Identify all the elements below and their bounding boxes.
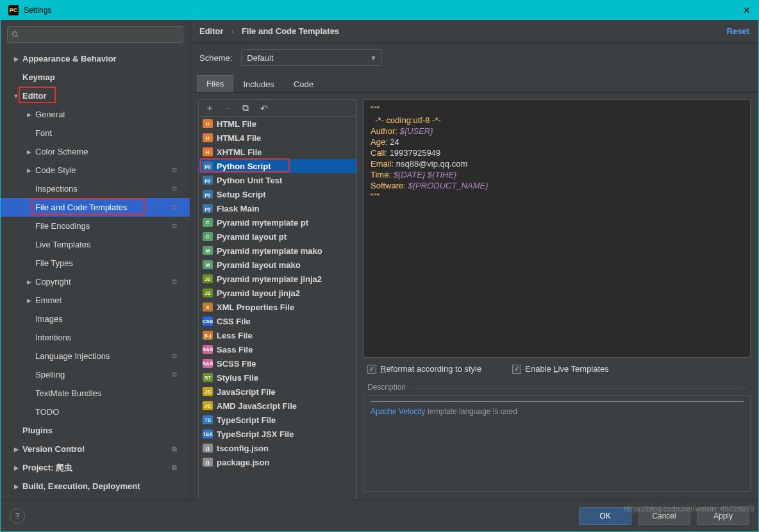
tree-item[interactable]: ▶Build, Execution, Deployment [1, 477, 190, 495]
template-item[interactable]: TSXTypeScript JSX File [199, 427, 356, 441]
tree-item[interactable]: File and Code Templates⧉ [1, 198, 190, 217]
template-item[interactable]: STStylus File [199, 370, 356, 385]
template-item[interactable]: pyFlask Main [199, 201, 356, 215]
tree-item[interactable]: TextMate Bundles [1, 384, 190, 403]
template-item[interactable]: J2Pyramid layout jinja2 [199, 286, 356, 300]
template-item[interactable]: SASSass File [199, 342, 356, 356]
tree-item[interactable]: Images [1, 310, 190, 328]
tree-item[interactable]: Inspections⧉ [1, 179, 190, 198]
settings-tree[interactable]: ▶Appearance & BehaviorKeymap▼Editor▶Gene… [1, 49, 190, 499]
template-item[interactable]: pyPython Unit Test [199, 173, 356, 187]
template-label: Pyramid mytemplate pt [217, 218, 308, 228]
template-item[interactable]: MPyramid layout mako [199, 258, 356, 272]
tree-item[interactable]: File Types [1, 254, 190, 272]
remove-icon[interactable]: − [226, 103, 231, 113]
template-item[interactable]: {}tsconfig.json [199, 441, 356, 455]
template-item[interactable]: SASSCSS File [199, 356, 356, 370]
enable-live-checkbox[interactable]: ✓ Enable Live Templates [512, 364, 609, 374]
copy-icon[interactable]: ⧉ [242, 103, 249, 113]
tree-item[interactable]: ▶Appearance & Behavior [1, 49, 190, 68]
ok-button[interactable]: OK [579, 507, 631, 525]
apply-button[interactable]: Apply [697, 507, 749, 525]
tree-item[interactable]: Language Injections⧉ [1, 347, 190, 365]
expand-arrow-icon[interactable]: ▶ [12, 56, 20, 62]
filetype-icon: py [203, 204, 213, 213]
tree-label: TODO [35, 407, 59, 417]
velocity-link[interactable]: Apache Velocity [371, 407, 425, 416]
tab[interactable]: Includes [233, 76, 283, 92]
scheme-combo[interactable]: Default ▼ [241, 49, 382, 66]
tree-item[interactable]: ▼Editor [1, 87, 190, 105]
template-item[interactable]: pySetup Script [199, 187, 356, 201]
undo-icon[interactable]: ↶ [260, 103, 268, 113]
tree-label: TextMate Bundles [35, 388, 101, 398]
template-item[interactable]: CPyramid mytemplate pt [199, 215, 356, 229]
add-icon[interactable]: ＋ [205, 103, 214, 114]
tree-item[interactable]: Spelling⧉ [1, 365, 190, 384]
tree-item[interactable]: Keymap [1, 68, 190, 87]
template-item[interactable]: CSSCSS File [199, 314, 356, 328]
expand-arrow-icon[interactable]: ▶ [25, 112, 33, 118]
crumb-current: File and Code Templates [242, 26, 339, 36]
expand-arrow-icon[interactable]: ▶ [12, 483, 20, 490]
tree-item[interactable]: ▶Code Style⧉ [1, 161, 190, 179]
filetype-icon: M [203, 260, 213, 269]
template-label: SCSS File [217, 359, 256, 369]
template-item[interactable]: MPyramid mytemplate mako [199, 244, 356, 258]
tree-item[interactable]: ▶Copyright⧉ [1, 272, 190, 291]
template-item[interactable]: J2Pyramid mytemplate jinja2 [199, 272, 356, 286]
close-icon[interactable]: ✕ [743, 5, 751, 15]
template-label: TypeScript JSX File [217, 429, 294, 439]
template-item[interactable]: JSAMD JavaScript File [199, 399, 356, 413]
tree-item[interactable]: ▶Color Scheme [1, 142, 190, 161]
chevron-down-icon: ▼ [370, 54, 376, 62]
filetype-icon: ST [203, 373, 213, 382]
expand-arrow-icon[interactable]: ▶ [25, 279, 33, 285]
expand-arrow-icon[interactable]: ▼ [12, 93, 20, 99]
tree-label: Editor [22, 91, 47, 101]
tree-item[interactable]: TODO [1, 403, 190, 421]
tree-item[interactable]: Plugins [1, 421, 190, 440]
filetype-icon: {L} [203, 331, 213, 340]
template-label: package.json [217, 458, 269, 467]
template-item[interactable]: {L}Less File [199, 328, 356, 342]
template-label: JavaScript File [217, 387, 276, 397]
help-button[interactable]: ? [10, 508, 25, 524]
expand-arrow-icon[interactable]: ▶ [12, 446, 20, 453]
search-input[interactable] [7, 26, 183, 43]
expand-arrow-icon[interactable]: ▶ [25, 149, 33, 155]
template-list[interactable]: HHTML FileHHTML4 FileHXHTML FilepyPython… [199, 117, 356, 499]
template-item[interactable]: JSJavaScript File [199, 385, 356, 399]
template-item[interactable]: XXML Properties File [199, 300, 356, 314]
tab[interactable]: Code [284, 76, 323, 92]
tree-item[interactable]: Live Templates [1, 235, 190, 254]
template-item[interactable]: TSTypeScript File [199, 413, 356, 427]
cancel-button[interactable]: Cancel [638, 507, 690, 525]
template-item[interactable]: HXHTML File [199, 145, 356, 159]
template-label: Pyramid layout pt [217, 232, 287, 242]
tree-item[interactable]: ▶Project: 爬虫⧉ [1, 458, 190, 477]
reset-link[interactable]: Reset [727, 26, 749, 36]
expand-arrow-icon[interactable]: ▶ [12, 465, 20, 471]
settings-sidebar: ▶Appearance & BehaviorKeymap▼Editor▶Gene… [1, 20, 190, 499]
template-item[interactable]: CPyramid layout pt [199, 229, 356, 244]
template-item[interactable]: HHTML File [199, 117, 356, 131]
reformat-checkbox[interactable]: ✓ Reformat according to style [367, 364, 481, 374]
template-item[interactable]: pyPython Script [199, 159, 356, 173]
tree-item[interactable]: File Encodings⧉ [1, 217, 190, 235]
tree-label: Language Injections [35, 351, 110, 361]
tree-item[interactable]: ▶Emmet [1, 291, 190, 310]
tree-item[interactable]: Font [1, 124, 190, 142]
tree-label: File and Code Templates [35, 203, 128, 212]
template-item[interactable]: HHTML4 File [199, 131, 356, 145]
crumb-parent[interactable]: Editor [199, 26, 224, 36]
tree-item[interactable]: ▶General [1, 105, 190, 124]
dialog-footer: ? OK Cancel Apply [1, 499, 758, 531]
tree-item[interactable]: ▶Version Control⧉ [1, 440, 190, 458]
tree-item[interactable]: Intentions [1, 328, 190, 347]
template-editor[interactable]: """ -*- coding:utf-8 -*-Author: ${USER}A… [363, 99, 751, 358]
template-item[interactable]: {}package.json [199, 455, 356, 469]
tab[interactable]: Files [197, 75, 233, 92]
expand-arrow-icon[interactable]: ▶ [25, 297, 33, 304]
expand-arrow-icon[interactable]: ▶ [25, 167, 33, 174]
